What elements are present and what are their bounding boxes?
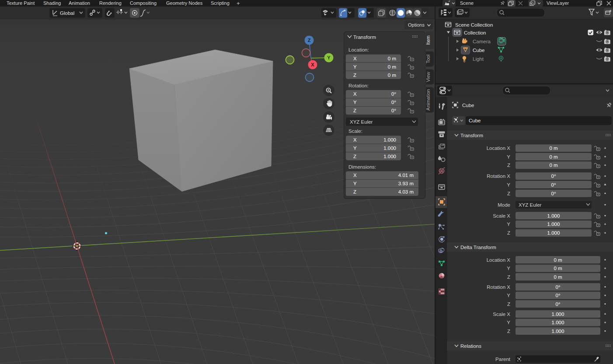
svg-text:Parent: Parent <box>495 357 511 362</box>
svg-text:1.000: 1.000 <box>383 154 396 159</box>
svg-text:Global: Global <box>60 10 74 16</box>
svg-text:Z: Z <box>507 274 510 280</box>
svg-text:Y: Y <box>507 222 510 227</box>
svg-text:Item: Item <box>425 35 431 45</box>
svg-text:Scale X: Scale X <box>493 312 510 317</box>
svg-text:0 m: 0 m <box>549 154 557 159</box>
svg-text:Cube: Cube <box>462 103 474 108</box>
svg-text:Z: Z <box>353 189 356 194</box>
svg-text:Y: Y <box>327 55 331 60</box>
svg-text:Delta Transform: Delta Transform <box>460 245 496 250</box>
svg-text:Cube: Cube <box>469 118 481 123</box>
svg-text:0°: 0° <box>391 108 396 113</box>
svg-text:Tool: Tool <box>425 55 431 63</box>
svg-text:1.000: 1.000 <box>547 230 560 236</box>
svg-text:0°: 0° <box>391 91 396 97</box>
svg-text:Relations: Relations <box>460 343 481 349</box>
svg-text:0°: 0° <box>551 173 556 179</box>
svg-text:0 m: 0 m <box>554 257 562 263</box>
svg-text:Z: Z <box>507 191 510 196</box>
svg-text:Scene: Scene <box>460 0 474 6</box>
svg-text:3.93 m: 3.93 m <box>398 181 414 186</box>
svg-text:1.000: 1.000 <box>383 137 396 142</box>
svg-text:0 m: 0 m <box>388 56 396 61</box>
svg-text:Location X: Location X <box>487 146 511 151</box>
svg-text:Z: Z <box>507 302 510 307</box>
svg-text:0 m: 0 m <box>554 266 562 271</box>
svg-text:0 m: 0 m <box>388 73 396 78</box>
svg-text:Collection: Collection <box>464 30 486 35</box>
svg-text:0 m: 0 m <box>554 274 562 280</box>
svg-text:Mode: Mode <box>498 202 510 208</box>
svg-text:Camera: Camera <box>473 39 491 44</box>
svg-text:0°: 0° <box>551 191 556 196</box>
svg-text:1.000: 1.000 <box>547 213 560 218</box>
svg-text:Y: Y <box>353 64 357 69</box>
svg-text:Scale X: Scale X <box>493 213 510 218</box>
svg-text:Y: Y <box>507 154 510 159</box>
svg-text:X: X <box>353 91 357 97</box>
svg-text:Transform: Transform <box>460 133 483 138</box>
svg-text:X: X <box>353 137 357 142</box>
svg-text:Z: Z <box>507 230 510 236</box>
svg-text:X: X <box>353 173 357 178</box>
svg-text:View: View <box>425 72 431 82</box>
svg-text:XYZ Euler: XYZ Euler <box>519 202 542 208</box>
svg-text:ViewLayer: ViewLayer <box>547 0 569 6</box>
svg-text:0°: 0° <box>556 302 561 307</box>
svg-text:Scene Collection: Scene Collection <box>455 22 493 28</box>
svg-text:4.03 m: 4.03 m <box>398 189 414 194</box>
svg-text:Z: Z <box>507 163 510 168</box>
svg-text:Rotation:: Rotation: <box>348 83 369 88</box>
svg-text:1.000: 1.000 <box>552 312 564 317</box>
svg-text:Y: Y <box>507 182 510 187</box>
svg-text:Y: Y <box>353 146 357 151</box>
svg-text:X: X <box>353 56 357 61</box>
svg-text:Y: Y <box>353 181 357 186</box>
svg-text:Y: Y <box>507 266 510 271</box>
svg-text:Z: Z <box>507 329 510 334</box>
svg-text:Light: Light <box>473 56 484 62</box>
svg-text:1.000: 1.000 <box>547 222 560 227</box>
svg-text:0 m: 0 m <box>549 146 557 151</box>
svg-text:0°: 0° <box>556 284 561 290</box>
svg-text:0°: 0° <box>551 182 556 187</box>
svg-text:0°: 0° <box>391 100 396 105</box>
svg-text:Location:: Location: <box>348 47 369 52</box>
svg-text:Z: Z <box>353 154 356 159</box>
svg-text:X: X <box>311 62 314 67</box>
svg-text:Rotation X: Rotation X <box>487 284 510 290</box>
svg-text:1.000: 1.000 <box>552 320 564 325</box>
svg-text:XYZ Euler: XYZ Euler <box>350 119 373 125</box>
svg-text:0 m: 0 m <box>388 64 396 69</box>
svg-text:Scale:: Scale: <box>348 128 362 134</box>
svg-text:Animation: Animation <box>425 89 431 111</box>
svg-text:Z: Z <box>353 73 356 78</box>
svg-text:Rotation X: Rotation X <box>487 173 510 179</box>
svg-text:0 m: 0 m <box>549 163 557 168</box>
svg-text:4.01 m: 4.01 m <box>398 173 414 178</box>
svg-text:Y: Y <box>507 293 510 298</box>
svg-text:Y: Y <box>353 100 357 105</box>
svg-text:Dimensions:: Dimensions: <box>348 164 376 170</box>
svg-text:Z: Z <box>353 108 356 113</box>
svg-text:Location X: Location X <box>487 257 511 263</box>
svg-text:Cube: Cube <box>473 48 485 53</box>
svg-text:Y: Y <box>507 320 510 325</box>
svg-text:Z: Z <box>308 38 311 43</box>
svg-text:Transform: Transform <box>353 35 376 40</box>
svg-text:1.000: 1.000 <box>383 146 396 151</box>
svg-text:1.000: 1.000 <box>552 329 564 334</box>
svg-text:0°: 0° <box>556 293 561 298</box>
